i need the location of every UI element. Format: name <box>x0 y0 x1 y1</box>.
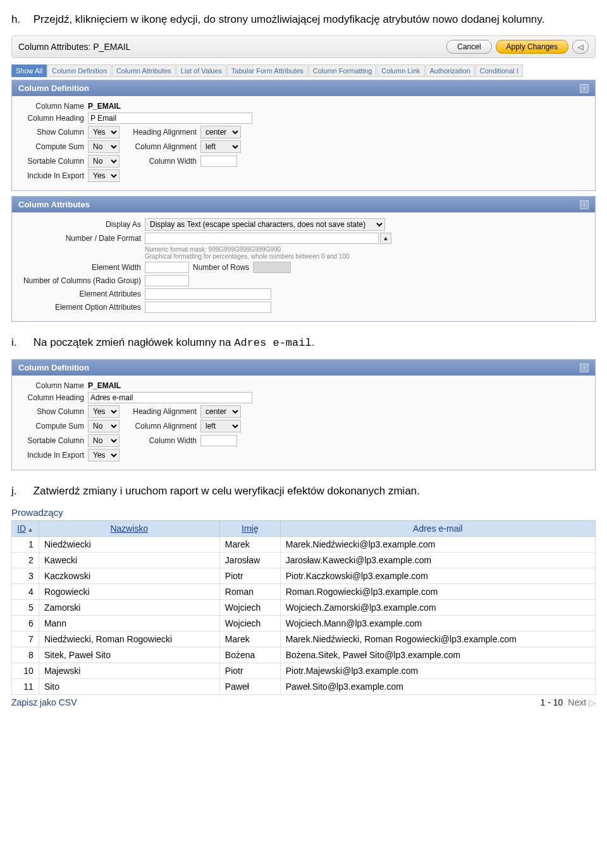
number-of-columns-input[interactable] <box>145 275 189 286</box>
tab-authorization[interactable]: Authorization <box>426 64 475 77</box>
tab-column-attributes[interactable]: Column Attributes <box>112 64 176 77</box>
pager-next-link[interactable]: Next <box>568 697 586 707</box>
instruction-i-code: Adres e-mail <box>234 337 311 349</box>
table-row: 10MajewskiPiotrPiotr.Majewski@lp3.exampl… <box>12 663 596 679</box>
column-width-input[interactable] <box>200 156 237 167</box>
element-option-attributes-input[interactable] <box>145 302 271 313</box>
label-column-alignment: Column Alignment <box>125 422 200 431</box>
tab-list-of-values[interactable]: List of Values <box>176 64 226 77</box>
cell-nazwisko: Sito <box>39 679 219 695</box>
prev-nav-button[interactable] <box>572 40 589 54</box>
heading-alignment-select[interactable]: center <box>200 126 241 138</box>
column-alignment-select[interactable]: left <box>200 420 241 432</box>
column-heading-input[interactable] <box>88 113 252 124</box>
table-row: 8Sitek, Paweł SitoBożenaBożena.Sitek, Pa… <box>12 647 596 663</box>
element-width-input[interactable] <box>145 262 189 273</box>
export-csv-link[interactable]: Zapisz jako CSV <box>11 697 77 707</box>
instruction-h-text: Przejdź, kliknięciem w ikonę edycji, do … <box>34 13 545 25</box>
cell-id: 11 <box>12 679 39 695</box>
cell-email: Paweł.Sito@lp3.example.com <box>280 679 595 695</box>
cancel-button[interactable]: Cancel <box>446 40 491 54</box>
cell-email: Wojciech.Mann@lp3.example.com <box>280 616 595 632</box>
cell-nazwisko: Sitek, Paweł Sito <box>39 647 219 663</box>
cell-nazwisko: Kaczkowski <box>39 568 219 584</box>
tab-column-definition[interactable]: Column Definition <box>47 64 111 77</box>
format-picker-icon[interactable]: ▲ <box>380 233 391 244</box>
column-definition-panel-updated: Column Definition ↑ Column Name P_EMAIL … <box>11 359 596 470</box>
cell-imie: Jarosław <box>219 553 280 568</box>
heading-alignment-select[interactable]: center <box>200 405 241 418</box>
tab-column-link[interactable]: Column Link <box>377 64 424 77</box>
col-email-header: Adres e-mail <box>280 521 595 537</box>
instruction-i-marker: i. <box>11 336 30 350</box>
col-imie-header[interactable]: Imię <box>219 521 280 537</box>
label-column-width: Column Width <box>125 436 200 445</box>
value-column-name: P_EMAIL <box>88 102 121 111</box>
number-of-rows-input[interactable] <box>253 262 291 273</box>
scroll-top-icon[interactable]: ↑ <box>580 200 589 209</box>
table-row: 11SitoPawełPaweł.Sito@lp3.example.com <box>12 679 596 695</box>
sort-asc-icon: ▲ <box>27 526 34 533</box>
tab-tabular-form-attributes[interactable]: Tabular Form Attributes <box>227 64 308 77</box>
label-compute-sum: Compute Sum <box>18 142 88 151</box>
instruction-j: j. Zatwierdź zmiany i uruchom raport w c… <box>11 484 596 498</box>
show-column-select[interactable]: Yes <box>88 405 120 418</box>
sortable-column-select[interactable]: No <box>88 434 120 447</box>
col-id-header[interactable]: ID▲ <box>12 521 39 537</box>
label-heading-alignment: Heading Alignment <box>125 128 200 137</box>
include-export-select[interactable]: Yes <box>88 169 120 182</box>
section-tabs: Show AllColumn DefinitionColumn Attribut… <box>11 64 596 77</box>
cell-id: 3 <box>12 568 39 584</box>
tab-conditional-i[interactable]: Conditional I <box>475 64 523 77</box>
instruction-j-marker: j. <box>11 484 30 498</box>
show-column-select[interactable]: Yes <box>88 126 120 138</box>
report-footer: Zapisz jako CSV 1 - 10 Next ▷ <box>11 697 596 707</box>
cell-nazwisko: Mann <box>39 616 219 632</box>
include-export-select[interactable]: Yes <box>88 449 120 462</box>
col-nazwisko-header[interactable]: Nazwisko <box>39 521 219 537</box>
sortable-column-select[interactable]: No <box>88 155 120 168</box>
tab-show-all[interactable]: Show All <box>11 64 47 77</box>
label-show-column: Show Column <box>18 128 88 137</box>
apply-changes-button[interactable]: Apply Changes <box>496 40 568 54</box>
compute-sum-select[interactable]: No <box>88 420 120 432</box>
label-element-width: Element Width <box>18 263 145 272</box>
instruction-h-marker: h. <box>11 13 30 27</box>
cell-id: 8 <box>12 647 39 663</box>
label-column-heading: Column Heading <box>18 114 88 123</box>
cell-imie: Marek <box>219 632 280 647</box>
label-include-in-export: Include In Export <box>18 451 88 460</box>
compute-sum-select[interactable]: No <box>88 140 120 153</box>
table-row: 3KaczkowskiPiotrPiotr.Kaczkowski@lp3.exa… <box>12 568 596 584</box>
label-column-name: Column Name <box>18 102 88 111</box>
label-column-alignment: Column Alignment <box>125 142 200 151</box>
cell-id: 1 <box>12 537 39 553</box>
label-compute-sum: Compute Sum <box>18 422 88 431</box>
cell-email: Roman.Rogowiecki@lp3.example.com <box>280 584 595 600</box>
cell-imie: Marek <box>219 537 280 553</box>
cell-email: Piotr.Majewski@lp3.example.com <box>280 663 595 679</box>
label-number-of-columns: Number of Columns (Radio Group) <box>18 276 145 285</box>
display-as-select[interactable]: Display as Text (escape special characte… <box>145 218 385 231</box>
label-show-column: Show Column <box>18 407 88 416</box>
label-display-as: Display As <box>18 220 145 229</box>
column-alignment-select[interactable]: left <box>200 140 241 153</box>
label-sortable-column: Sortable Column <box>18 436 88 445</box>
chevron-right-icon[interactable]: ▷ <box>589 697 596 707</box>
scroll-top-icon[interactable]: ↑ <box>580 84 589 93</box>
label-column-heading: Column Heading <box>18 393 88 402</box>
label-include-in-export: Include In Export <box>18 171 88 180</box>
element-attributes-input[interactable] <box>145 288 271 300</box>
column-width-input[interactable] <box>200 435 237 446</box>
number-date-format-input[interactable] <box>145 233 379 244</box>
cell-id: 7 <box>12 632 39 647</box>
panel-title: Column Definition <box>18 363 89 372</box>
column-definition-panel: Column Definition ↑ Column Name P_EMAIL … <box>11 80 596 191</box>
cell-id: 2 <box>12 553 39 568</box>
column-heading-input[interactable] <box>88 392 252 403</box>
tab-column-formatting[interactable]: Column Formatting <box>309 64 377 77</box>
cell-imie: Wojciech <box>219 616 280 632</box>
label-number-of-rows: Number of Rows <box>193 263 253 272</box>
scroll-top-icon[interactable]: ↑ <box>580 364 589 372</box>
cell-nazwisko: Zamorski <box>39 600 219 616</box>
